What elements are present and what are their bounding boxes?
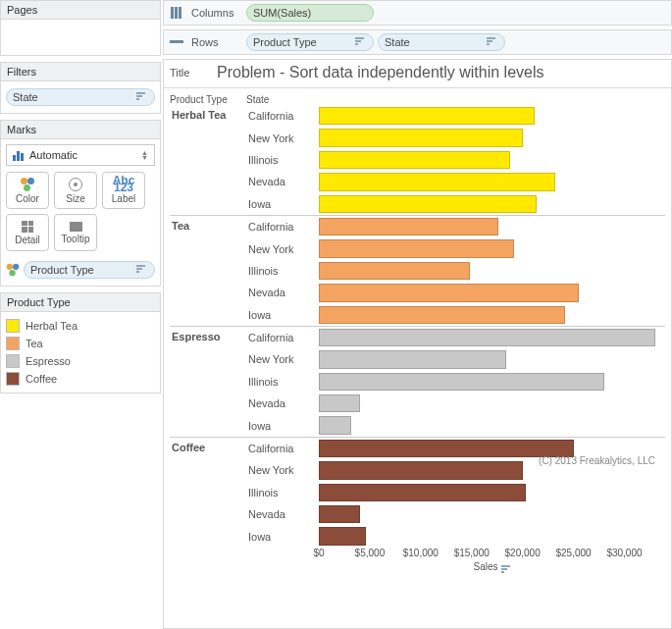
bar[interactable] [319, 461, 523, 479]
bar[interactable] [319, 151, 510, 169]
axis-tick: $10,000 [403, 548, 439, 558]
marks-color-button[interactable]: Color [6, 172, 49, 209]
legend-swatch [6, 337, 20, 350]
chart-row: Iowa [246, 525, 665, 547]
legend-item[interactable]: Herbal Tea [6, 317, 155, 335]
state-label: California [246, 110, 319, 122]
bar-area [319, 503, 665, 525]
bar[interactable] [319, 262, 470, 280]
columns-shelf[interactable]: Columns SUM(Sales) [163, 0, 672, 26]
sort-icon[interactable] [134, 263, 148, 277]
bar[interactable] [319, 107, 535, 125]
legend-item[interactable]: Espresso [6, 352, 155, 370]
axis-tick: $5,000 [355, 548, 386, 558]
mark-type-dropdown[interactable]: Automatic ▲▼ [6, 144, 155, 166]
bar[interactable] [319, 416, 351, 434]
state-label: Illinois [246, 376, 319, 388]
bar[interactable] [319, 284, 579, 301]
filter-pill-state[interactable]: State [6, 88, 155, 106]
bar[interactable] [319, 239, 514, 257]
bar[interactable] [319, 527, 366, 545]
bar-area [319, 171, 665, 192]
sort-icon[interactable] [485, 35, 498, 49]
marks-panel: Marks Automatic ▲▼ Color Size [0, 120, 161, 287]
shelf-pill[interactable]: State [378, 33, 505, 51]
product-type-label: Tea [170, 216, 246, 326]
chart-row: Iowa [246, 414, 665, 436]
legend-swatch [6, 372, 20, 386]
chart-row: New York [246, 348, 665, 370]
bar[interactable] [319, 484, 526, 501]
bar[interactable] [319, 218, 498, 236]
chart-group: EspressoCaliforniaNew YorkIllinoisNevada… [170, 327, 665, 438]
bar-area [319, 304, 665, 326]
bar-area [319, 105, 665, 127]
bar[interactable] [319, 373, 604, 391]
page-title: Problem - Sort data independently within… [217, 64, 544, 81]
bar-area [319, 127, 665, 148]
state-label: Illinois [246, 154, 319, 166]
marks-color-pill[interactable]: Product Type [24, 261, 155, 279]
shelf-pill-label: SUM(Sales) [253, 7, 367, 19]
marks-color-pill-label: Product Type [30, 264, 129, 276]
chart-row: Illinois [246, 371, 665, 393]
sort-icon[interactable] [134, 90, 148, 104]
legend-panel-title: Product Type [1, 293, 160, 312]
rows-shelf-label: Rows [191, 36, 238, 48]
header-product-type: Product Type [170, 94, 246, 105]
bar-area [319, 414, 665, 436]
legend-label: Coffee [26, 373, 57, 385]
axis-label: Sales [473, 559, 510, 575]
marks-label-button[interactable]: Abc123 Label [102, 172, 145, 209]
viz-area: Product Type State Herbal TeaCaliforniaN… [163, 87, 672, 629]
shelf-pill[interactable]: Product Type [246, 33, 374, 51]
rows-icon [170, 36, 183, 48]
sort-icon[interactable] [353, 35, 367, 49]
size-icon [69, 178, 82, 191]
detail-icon [22, 221, 33, 233]
state-label: California [246, 332, 319, 343]
marks-detail-button[interactable]: Detail [6, 214, 49, 251]
chart-group: TeaCaliforniaNew YorkIllinoisNevadaIowa [170, 216, 665, 327]
bar[interactable] [319, 129, 523, 146]
bar[interactable] [319, 350, 506, 368]
legend-swatch [6, 354, 20, 368]
bar[interactable] [319, 195, 537, 213]
state-label: Iowa [246, 198, 319, 210]
bar[interactable] [319, 505, 360, 523]
pages-panel: Pages [0, 0, 161, 56]
state-label: New York [246, 132, 319, 144]
chart-row: California [246, 216, 665, 237]
legend-label: Tea [26, 338, 43, 349]
bar[interactable] [319, 329, 655, 346]
marks-size-button[interactable]: Size [54, 172, 97, 209]
bar[interactable] [319, 173, 555, 190]
state-label: Iowa [246, 420, 319, 432]
product-type-label: Coffee [170, 438, 246, 548]
state-label: New York [246, 243, 319, 255]
bar-area [319, 482, 665, 503]
bar[interactable] [319, 394, 360, 412]
title-bar[interactable]: Title Problem - Sort data independently … [163, 59, 672, 87]
bar-area [319, 237, 665, 259]
chart-row: Nevada [246, 282, 665, 303]
axis-tick: $0 [313, 548, 324, 558]
product-type-label: Herbal Tea [170, 105, 246, 215]
shelf-pill-label: State [385, 36, 480, 48]
bar[interactable] [319, 306, 565, 324]
shelf-pill[interactable]: SUM(Sales) [246, 4, 374, 22]
chart-row: Illinois [246, 260, 665, 282]
state-label: Nevada [246, 176, 319, 187]
pages-panel-title: Pages [1, 1, 160, 20]
legend-item[interactable]: Coffee [6, 370, 155, 388]
bar[interactable] [319, 440, 574, 457]
legend-item[interactable]: Tea [6, 335, 155, 352]
chart-row: Nevada [246, 503, 665, 525]
rows-shelf[interactable]: Rows Product TypeState [163, 29, 672, 55]
chart-row: California [246, 105, 665, 127]
axis-tick: $15,000 [454, 548, 490, 558]
marks-tooltip-button[interactable]: Tooltip [54, 214, 97, 251]
chart-row: Illinois [246, 149, 665, 171]
filters-panel: Filters State [0, 62, 161, 114]
state-label: Illinois [246, 487, 319, 498]
